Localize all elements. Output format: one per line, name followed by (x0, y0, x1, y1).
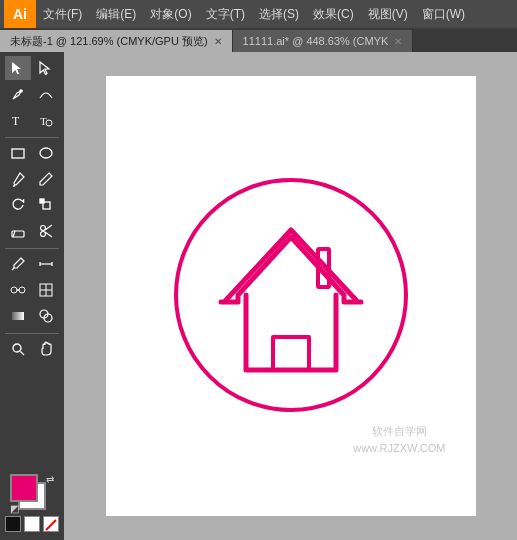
tool-row-blend (0, 278, 64, 302)
foreground-swatch[interactable] (10, 474, 38, 502)
menu-edit[interactable]: 编辑(E) (89, 0, 143, 28)
menu-select[interactable]: 选择(S) (252, 0, 306, 28)
shape-builder-tool[interactable] (33, 304, 59, 328)
canvas-document[interactable]: 软件自学网 www.RJZXW.COM (106, 76, 476, 516)
title-bar: Ai 文件(F) 编辑(E) 对象(O) 文字(T) 选择(S) 效果(C) 视… (0, 0, 517, 28)
toolbar: T T (0, 52, 64, 540)
select-tool[interactable] (5, 56, 31, 80)
svg-line-15 (12, 268, 14, 270)
blend-tool[interactable] (5, 278, 31, 302)
mesh-tool[interactable] (33, 278, 59, 302)
measure-tool[interactable] (33, 252, 59, 276)
svg-point-11 (41, 226, 46, 231)
swatch-group: ⇄ ◩ (10, 474, 54, 514)
menu-view[interactable]: 视图(V) (361, 0, 415, 28)
tab-untitled-label: 未标题-1 @ 121.69% (CMYK/GPU 预览) (10, 34, 208, 49)
tool-row-eyedropper (0, 252, 64, 276)
tool-row-brush (0, 167, 64, 191)
menu-file[interactable]: 文件(F) (36, 0, 89, 28)
color-section: ⇄ ◩ (1, 470, 63, 536)
tab-11111[interactable]: 11111.ai* @ 448.63% (CMYK ✕ (233, 30, 414, 52)
svg-point-30 (176, 180, 406, 410)
default-colors-icon[interactable]: ◩ (10, 503, 19, 514)
tool-row-type: T T (0, 108, 64, 132)
eraser-tool[interactable] (5, 219, 31, 243)
tool-row-zoom (0, 337, 64, 361)
tool-row-transform (0, 193, 64, 217)
svg-point-20 (19, 287, 25, 293)
menu-bar: 文件(F) 编辑(E) 对象(O) 文字(T) 选择(S) 效果(C) 视图(V… (36, 0, 513, 28)
rect-tool[interactable] (5, 141, 31, 165)
tool-row-eraser (0, 219, 64, 243)
tool-row-select (0, 56, 64, 80)
tab-untitled-close[interactable]: ✕ (214, 36, 222, 47)
paintbrush-tool[interactable] (5, 167, 31, 191)
tab-bar: 未标题-1 @ 121.69% (CMYK/GPU 预览) ✕ 11111.ai… (0, 28, 517, 52)
toolbar-divider-2 (5, 248, 59, 249)
app-logo: Ai (4, 0, 36, 28)
toolbar-divider-1 (5, 137, 59, 138)
zoom-tool[interactable] (5, 337, 31, 361)
menu-object[interactable]: 对象(O) (143, 0, 198, 28)
tool-row-shape (0, 141, 64, 165)
main-layout: T T (0, 52, 517, 540)
svg-rect-4 (12, 149, 24, 158)
menu-effect[interactable]: 效果(C) (306, 0, 361, 28)
tab-untitled[interactable]: 未标题-1 @ 121.69% (CMYK/GPU 预览) ✕ (0, 30, 233, 52)
canvas-area: 软件自学网 www.RJZXW.COM (64, 52, 517, 540)
svg-text:T: T (12, 114, 20, 128)
tool-row-gradient (0, 304, 64, 328)
ellipse-tool[interactable] (33, 141, 59, 165)
pencil-tool[interactable] (33, 167, 59, 191)
type-tool[interactable]: T (5, 108, 31, 132)
menu-window[interactable]: 窗口(W) (415, 0, 472, 28)
none-swatch[interactable] (43, 516, 59, 532)
touch-type-tool[interactable]: T (33, 108, 59, 132)
svg-point-19 (11, 287, 17, 293)
scissors-tool[interactable] (33, 219, 59, 243)
tab-11111-close[interactable]: ✕ (394, 36, 402, 47)
toolbar-divider-3 (5, 333, 59, 334)
menu-type[interactable]: 文字(T) (199, 0, 252, 28)
curvature-tool[interactable] (33, 82, 59, 106)
pen-tool[interactable] (5, 82, 31, 106)
svg-point-12 (41, 232, 46, 237)
svg-point-5 (40, 148, 52, 158)
black-swatch[interactable] (5, 516, 21, 532)
eyedropper-tool[interactable] (5, 252, 31, 276)
white-swatch[interactable] (24, 516, 40, 532)
svg-line-29 (21, 352, 25, 356)
rotate-tool[interactable] (5, 193, 31, 217)
house-artwork (166, 155, 416, 435)
svg-point-28 (13, 344, 21, 352)
hand-tool[interactable] (33, 337, 59, 361)
svg-point-0 (20, 90, 22, 92)
swap-colors-icon[interactable]: ⇄ (46, 474, 54, 485)
tab-11111-label: 11111.ai* @ 448.63% (CMYK (243, 35, 389, 47)
svg-line-10 (13, 231, 15, 237)
watermark-line2: www.RJZXW.COM (353, 440, 445, 457)
svg-point-3 (46, 120, 52, 126)
svg-rect-25 (12, 312, 24, 320)
swatch-extras (5, 516, 59, 532)
svg-text:T: T (40, 115, 47, 127)
direct-select-tool[interactable] (33, 56, 59, 80)
artwork-container (166, 155, 416, 438)
scale-tool[interactable] (33, 193, 59, 217)
tool-row-pen (0, 82, 64, 106)
gradient-tool[interactable] (5, 304, 31, 328)
svg-rect-8 (40, 199, 44, 203)
